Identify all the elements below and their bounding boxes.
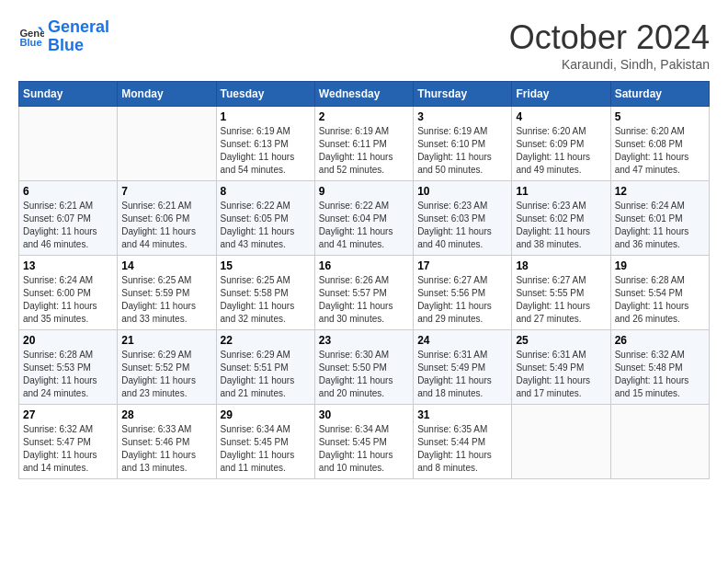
- month-title: October 2024: [509, 18, 710, 57]
- calendar-cell: 15Sunrise: 6:25 AM Sunset: 5:58 PM Dayli…: [216, 256, 314, 330]
- day-detail: Sunrise: 6:29 AM Sunset: 5:51 PM Dayligh…: [221, 349, 311, 400]
- calendar-cell: 8Sunrise: 6:22 AM Sunset: 6:05 PM Daylig…: [216, 181, 314, 256]
- day-detail: Sunrise: 6:20 AM Sunset: 6:08 PM Dayligh…: [615, 125, 705, 177]
- day-number: 26: [615, 334, 705, 347]
- day-detail: Sunrise: 6:25 AM Sunset: 5:59 PM Dayligh…: [121, 274, 211, 326]
- day-number: 17: [417, 259, 507, 272]
- day-detail: Sunrise: 6:34 AM Sunset: 5:45 PM Dayligh…: [319, 423, 409, 475]
- day-number: 25: [516, 334, 606, 347]
- weekday-header-friday: Friday: [512, 82, 610, 107]
- calendar-cell: 29Sunrise: 6:34 AM Sunset: 5:45 PM Dayli…: [216, 405, 314, 479]
- calendar-cell: 28Sunrise: 6:33 AM Sunset: 5:46 PM Dayli…: [118, 405, 216, 479]
- day-number: 13: [23, 259, 113, 272]
- day-number: 9: [319, 185, 409, 198]
- calendar-week-4: 20Sunrise: 6:28 AM Sunset: 5:53 PM Dayli…: [19, 330, 710, 405]
- day-detail: Sunrise: 6:22 AM Sunset: 6:04 PM Dayligh…: [319, 200, 409, 251]
- day-number: 11: [516, 185, 606, 198]
- weekday-header-sunday: Sunday: [19, 82, 118, 107]
- day-number: 22: [221, 334, 311, 347]
- calendar-week-5: 27Sunrise: 6:32 AM Sunset: 5:47 PM Dayli…: [19, 405, 710, 479]
- calendar-cell: 17Sunrise: 6:27 AM Sunset: 5:56 PM Dayli…: [414, 256, 512, 330]
- day-detail: Sunrise: 6:31 AM Sunset: 5:49 PM Dayligh…: [516, 349, 606, 400]
- day-detail: Sunrise: 6:27 AM Sunset: 5:55 PM Dayligh…: [516, 274, 606, 326]
- calendar-cell: [512, 405, 610, 479]
- day-number: 28: [121, 408, 211, 421]
- day-detail: Sunrise: 6:31 AM Sunset: 5:49 PM Dayligh…: [417, 349, 507, 400]
- day-detail: Sunrise: 6:23 AM Sunset: 6:03 PM Dayligh…: [417, 200, 507, 251]
- logo: General Blue GeneralBlue: [18, 18, 109, 55]
- day-number: 15: [221, 259, 311, 272]
- calendar-cell: 27Sunrise: 6:32 AM Sunset: 5:47 PM Dayli…: [19, 405, 118, 479]
- day-number: 5: [615, 110, 705, 123]
- weekday-header-wednesday: Wednesday: [314, 82, 413, 107]
- calendar-cell: 20Sunrise: 6:28 AM Sunset: 5:53 PM Dayli…: [19, 330, 118, 405]
- day-detail: Sunrise: 6:23 AM Sunset: 6:02 PM Dayligh…: [516, 200, 606, 251]
- calendar-cell: 2Sunrise: 6:19 AM Sunset: 6:11 PM Daylig…: [314, 107, 413, 181]
- day-detail: Sunrise: 6:19 AM Sunset: 6:10 PM Dayligh…: [417, 125, 507, 177]
- day-detail: Sunrise: 6:24 AM Sunset: 6:00 PM Dayligh…: [23, 274, 113, 326]
- day-detail: Sunrise: 6:28 AM Sunset: 5:54 PM Dayligh…: [615, 274, 705, 326]
- logo-icon: General Blue: [18, 24, 44, 50]
- day-number: 29: [221, 408, 311, 421]
- day-number: 3: [417, 110, 507, 123]
- day-detail: Sunrise: 6:19 AM Sunset: 6:13 PM Dayligh…: [221, 125, 311, 177]
- calendar-week-3: 13Sunrise: 6:24 AM Sunset: 6:00 PM Dayli…: [19, 256, 710, 330]
- day-detail: Sunrise: 6:19 AM Sunset: 6:11 PM Dayligh…: [319, 125, 409, 177]
- calendar-cell: 9Sunrise: 6:22 AM Sunset: 6:04 PM Daylig…: [314, 181, 413, 256]
- day-detail: Sunrise: 6:21 AM Sunset: 6:07 PM Dayligh…: [23, 200, 113, 251]
- calendar-cell: [118, 107, 216, 181]
- day-detail: Sunrise: 6:20 AM Sunset: 6:09 PM Dayligh…: [516, 125, 606, 177]
- day-number: 24: [417, 334, 507, 347]
- calendar-body: 1Sunrise: 6:19 AM Sunset: 6:13 PM Daylig…: [19, 107, 710, 479]
- day-number: 31: [417, 408, 507, 421]
- day-number: 2: [319, 110, 409, 123]
- calendar-cell: 25Sunrise: 6:31 AM Sunset: 5:49 PM Dayli…: [512, 330, 610, 405]
- calendar-cell: 23Sunrise: 6:30 AM Sunset: 5:50 PM Dayli…: [314, 330, 413, 405]
- day-number: 27: [23, 408, 113, 421]
- day-detail: Sunrise: 6:28 AM Sunset: 5:53 PM Dayligh…: [23, 349, 113, 400]
- day-detail: Sunrise: 6:33 AM Sunset: 5:46 PM Dayligh…: [121, 423, 211, 475]
- calendar-cell: 13Sunrise: 6:24 AM Sunset: 6:00 PM Dayli…: [19, 256, 118, 330]
- day-number: 7: [121, 185, 211, 198]
- day-number: 18: [516, 259, 606, 272]
- calendar-cell: 19Sunrise: 6:28 AM Sunset: 5:54 PM Dayli…: [610, 256, 709, 330]
- calendar-cell: 30Sunrise: 6:34 AM Sunset: 5:45 PM Dayli…: [314, 405, 413, 479]
- calendar-cell: [610, 405, 709, 479]
- calendar-week-2: 6Sunrise: 6:21 AM Sunset: 6:07 PM Daylig…: [19, 181, 710, 256]
- weekday-header-tuesday: Tuesday: [216, 82, 314, 107]
- calendar-cell: 1Sunrise: 6:19 AM Sunset: 6:13 PM Daylig…: [216, 107, 314, 181]
- weekday-header-saturday: Saturday: [610, 82, 709, 107]
- title-block: October 2024 Karaundi, Sindh, Pakistan: [509, 18, 710, 72]
- day-number: 30: [319, 408, 409, 421]
- day-number: 4: [516, 110, 606, 123]
- calendar-cell: 3Sunrise: 6:19 AM Sunset: 6:10 PM Daylig…: [414, 107, 512, 181]
- day-number: 21: [121, 334, 211, 347]
- location: Karaundi, Sindh, Pakistan: [509, 57, 710, 72]
- day-number: 23: [319, 334, 409, 347]
- day-number: 19: [615, 259, 705, 272]
- calendar-cell: 6Sunrise: 6:21 AM Sunset: 6:07 PM Daylig…: [19, 181, 118, 256]
- calendar-cell: 21Sunrise: 6:29 AM Sunset: 5:52 PM Dayli…: [118, 330, 216, 405]
- day-number: 14: [121, 259, 211, 272]
- weekday-header-row: SundayMondayTuesdayWednesdayThursdayFrid…: [19, 82, 710, 107]
- calendar-cell: 18Sunrise: 6:27 AM Sunset: 5:55 PM Dayli…: [512, 256, 610, 330]
- day-detail: Sunrise: 6:34 AM Sunset: 5:45 PM Dayligh…: [221, 423, 311, 475]
- day-number: 1: [221, 110, 311, 123]
- logo-text: GeneralBlue: [48, 18, 109, 55]
- day-number: 8: [221, 185, 311, 198]
- day-detail: Sunrise: 6:35 AM Sunset: 5:44 PM Dayligh…: [417, 423, 507, 475]
- day-number: 16: [319, 259, 409, 272]
- day-detail: Sunrise: 6:27 AM Sunset: 5:56 PM Dayligh…: [417, 274, 507, 326]
- svg-text:Blue: Blue: [19, 37, 41, 48]
- calendar-cell: 5Sunrise: 6:20 AM Sunset: 6:08 PM Daylig…: [610, 107, 709, 181]
- day-detail: Sunrise: 6:24 AM Sunset: 6:01 PM Dayligh…: [615, 200, 705, 251]
- calendar-cell: 11Sunrise: 6:23 AM Sunset: 6:02 PM Dayli…: [512, 181, 610, 256]
- calendar-cell: [19, 107, 118, 181]
- day-detail: Sunrise: 6:26 AM Sunset: 5:57 PM Dayligh…: [319, 274, 409, 326]
- day-detail: Sunrise: 6:21 AM Sunset: 6:06 PM Dayligh…: [121, 200, 211, 251]
- calendar-cell: 24Sunrise: 6:31 AM Sunset: 5:49 PM Dayli…: [414, 330, 512, 405]
- calendar-cell: 14Sunrise: 6:25 AM Sunset: 5:59 PM Dayli…: [118, 256, 216, 330]
- calendar-cell: 22Sunrise: 6:29 AM Sunset: 5:51 PM Dayli…: [216, 330, 314, 405]
- page-header: General Blue GeneralBlue October 2024 Ka…: [18, 18, 710, 72]
- calendar-cell: 26Sunrise: 6:32 AM Sunset: 5:48 PM Dayli…: [610, 330, 709, 405]
